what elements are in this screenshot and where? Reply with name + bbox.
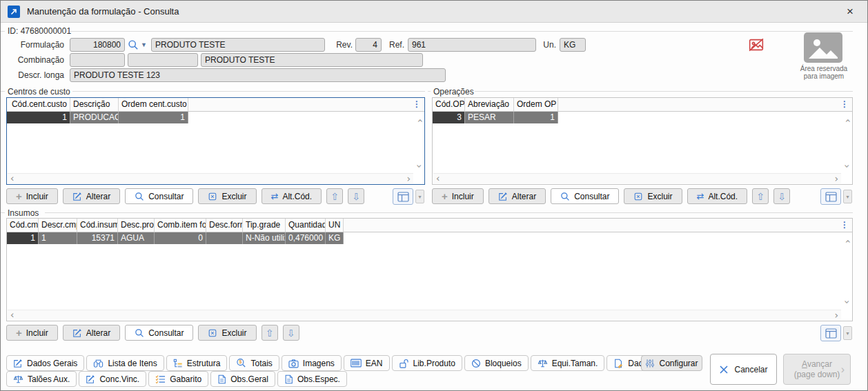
- incluir-button[interactable]: +Incluir: [6, 325, 58, 341]
- alt-cod-button[interactable]: ⇄Alt.Cód.: [687, 188, 748, 204]
- lib-produto-button[interactable]: Lib.Produto: [392, 355, 462, 371]
- centros-table[interactable]: Cód.cent.custo Descrição Ordem cent.cust…: [6, 97, 425, 185]
- excluir-button[interactable]: Excluir: [198, 325, 256, 341]
- horizontal-scrollbar[interactable]: › ›: [8, 310, 841, 320]
- grid-layout-button[interactable]: [820, 325, 841, 341]
- cell-desc-prod[interactable]: AGUA: [118, 232, 155, 244]
- cell-cod-cent-custo[interactable]: 1: [7, 112, 70, 123]
- alterar-button[interactable]: Alterar: [489, 188, 546, 204]
- obs-espec-button[interactable]: Obs.Espec.: [277, 371, 347, 387]
- taloes-aux-button[interactable]: Talões Aux.: [6, 371, 77, 387]
- scroll-right-icon[interactable]: ›: [406, 174, 411, 183]
- ean-button[interactable]: EAN: [344, 355, 390, 371]
- combinacao-desc-field[interactable]: PRODUTO TESTE: [201, 53, 423, 67]
- cell-tip-grade[interactable]: N-Não utiliza: [243, 232, 286, 244]
- alterar-button[interactable]: Alterar: [63, 188, 120, 204]
- table-row-selected[interactable]: 1 1 15371 AGUA 0 N-Não utiliza 0,476000 …: [7, 232, 852, 244]
- scroll-down-icon[interactable]: ›: [415, 164, 424, 168]
- configurar-button[interactable]: Configurar: [641, 355, 702, 371]
- scroll-right-icon[interactable]: ›: [834, 310, 838, 320]
- consultar-button[interactable]: Consultar: [125, 325, 193, 341]
- bloqueios-button[interactable]: Bloqueios: [464, 355, 529, 371]
- grid-options-icon[interactable]: ⋮: [840, 100, 849, 108]
- scroll-down-icon[interactable]: ›: [842, 300, 852, 304]
- column-header[interactable]: Quantidade: [286, 219, 326, 232]
- un-field[interactable]: KG: [560, 38, 586, 52]
- grid-dropdown-icon[interactable]: ▼: [843, 190, 852, 203]
- scroll-up-icon[interactable]: ›: [842, 239, 852, 243]
- close-icon[interactable]: ×: [840, 5, 860, 19]
- column-header[interactable]: Descrição: [70, 98, 119, 111]
- scroll-left-icon[interactable]: ›: [10, 174, 14, 184]
- excluir-button[interactable]: Excluir: [624, 188, 682, 204]
- grid-layout-button[interactable]: [393, 188, 413, 205]
- column-header[interactable]: Cód.cent.custo: [7, 98, 70, 111]
- cell-cod-op[interactable]: 3: [433, 112, 465, 123]
- cell-quantidade[interactable]: 0,476000: [286, 232, 326, 244]
- grid-options-icon[interactable]: ⋮: [413, 100, 421, 108]
- alterar-button[interactable]: Alterar: [63, 325, 120, 341]
- scroll-up-icon[interactable]: ›: [842, 119, 852, 123]
- consultar-button[interactable]: Consultar: [125, 188, 193, 204]
- cell-desc-form[interactable]: [206, 232, 243, 244]
- grid-options-icon[interactable]: ⋮: [840, 221, 849, 229]
- horizontal-scrollbar[interactable]: › ›: [8, 173, 413, 183]
- table-row-selected[interactable]: 3 PESAR 1: [433, 112, 852, 123]
- cell-comb-item-form[interactable]: 0: [155, 232, 206, 244]
- grid-dropdown-icon[interactable]: ▼: [415, 190, 424, 203]
- table-row-selected[interactable]: 1 PRODUCAO 1: [7, 112, 424, 123]
- insumos-table[interactable]: Cód.cmp Descr.cmp Cód.insumo Desc.prod C…: [6, 218, 853, 321]
- column-header[interactable]: Comb.item form: [155, 219, 206, 232]
- dados-gerais-button[interactable]: Dados Gerais: [6, 355, 84, 371]
- lista-de-itens-button[interactable]: Lista de Itens: [86, 355, 164, 371]
- scroll-right-icon[interactable]: ›: [834, 174, 838, 183]
- move-up-button[interactable]: ⇧: [326, 188, 343, 204]
- scroll-left-icon[interactable]: ›: [436, 174, 440, 184]
- column-header[interactable]: Ordem OP: [514, 98, 558, 111]
- formulacao-code-field[interactable]: 180800: [70, 38, 125, 52]
- equi-taman-button[interactable]: Equi.Taman.: [531, 355, 605, 371]
- cell-descr-cmp[interactable]: 1: [39, 232, 77, 244]
- column-header[interactable]: Cód.insumo: [77, 219, 118, 232]
- gabarito-button[interactable]: Gabarito: [148, 371, 208, 387]
- cell-un[interactable]: KG: [326, 232, 344, 244]
- cell-descricao[interactable]: PRODUCAO: [70, 112, 119, 123]
- incluir-button[interactable]: +Incluir: [432, 188, 484, 204]
- column-header[interactable]: Ordem cent.custo: [119, 98, 188, 111]
- column-header[interactable]: UN: [326, 219, 344, 232]
- combinacao-field-2[interactable]: [128, 53, 198, 67]
- column-header[interactable]: Desc.form: [206, 219, 243, 232]
- obs-geral-button[interactable]: Obs.Geral: [210, 371, 275, 387]
- move-down-button[interactable]: ⇩: [348, 188, 364, 204]
- operacoes-table[interactable]: Cód.OP Abreviação Ordem OP 3 PESAR 1 ⋮ ›…: [432, 97, 853, 185]
- cell-ordem[interactable]: 1: [119, 112, 188, 123]
- combinacao-field-1[interactable]: [70, 53, 125, 67]
- grid-layout-button[interactable]: [820, 188, 841, 205]
- estrutura-button[interactable]: Estrutura: [166, 355, 228, 371]
- horizontal-scrollbar[interactable]: › ›: [433, 173, 841, 183]
- column-header[interactable]: Cód.cmp: [7, 219, 39, 232]
- chevron-down-icon[interactable]: ▼: [141, 41, 147, 48]
- excluir-button[interactable]: Excluir: [198, 188, 256, 204]
- scroll-left-icon[interactable]: ›: [10, 311, 14, 321]
- no-image-icon[interactable]: [749, 38, 764, 52]
- grid-dropdown-icon[interactable]: ▼: [843, 326, 852, 340]
- cancelar-button[interactable]: Cancelar: [710, 354, 777, 385]
- alt-cod-button[interactable]: ⇄Alt.Cód.: [262, 188, 322, 204]
- scroll-up-icon[interactable]: ›: [415, 119, 424, 123]
- column-header[interactable]: Desc.prod: [118, 219, 155, 232]
- column-header[interactable]: Tip.grade: [243, 219, 286, 232]
- column-header[interactable]: Descr.cmp: [39, 219, 77, 232]
- cell-cod-cmp[interactable]: 1: [7, 232, 39, 244]
- cell-ordem-op[interactable]: 1: [514, 112, 558, 123]
- move-up-button[interactable]: ⇧: [752, 188, 769, 204]
- descr-longa-field[interactable]: PRODUTO TESTE 123: [70, 68, 446, 82]
- move-down-button[interactable]: ⇩: [283, 325, 299, 341]
- avancar-button[interactable]: Avançar (page down) ›: [783, 354, 851, 385]
- cell-cod-insumo[interactable]: 15371: [77, 232, 118, 244]
- formulacao-desc-field[interactable]: PRODUTO TESTE: [151, 38, 325, 52]
- conc-vinc-button[interactable]: Conc.Vinc.: [79, 371, 146, 387]
- imagens-button[interactable]: Imagens: [282, 355, 342, 371]
- ref-field[interactable]: 961: [408, 38, 536, 52]
- column-header[interactable]: Abreviação: [465, 98, 514, 111]
